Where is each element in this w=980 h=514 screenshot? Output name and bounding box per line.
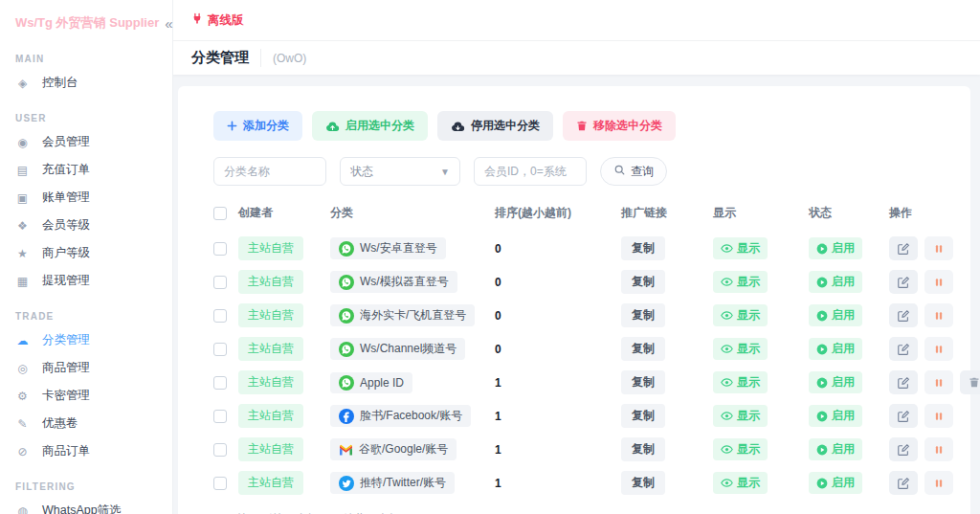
row-checkbox[interactable] [213, 410, 227, 423]
member-id-input[interactable] [474, 157, 587, 186]
edit-button[interactable] [889, 437, 918, 461]
display-badge: 显示 [713, 438, 768, 460]
withdraw-manage-icon: ▦ [15, 275, 30, 288]
sidebar-item-label: 充值订单 [42, 162, 90, 178]
status-badge: 启用 [809, 405, 862, 427]
delete-button[interactable] [960, 370, 980, 394]
copy-link-button[interactable]: 复制 [621, 337, 665, 361]
row-checkbox[interactable] [213, 376, 227, 390]
sidebar-item-label: 商品管理 [42, 360, 90, 376]
creator-badge: 主站自营 [238, 303, 303, 327]
gmail-icon [339, 444, 353, 456]
pause-button[interactable] [924, 471, 953, 495]
edit-button[interactable] [889, 236, 918, 260]
sidebar: Ws/Tg 外贸营销 Supplier « MAIN◈控制台USER◉会员管理▤… [0, 0, 172, 514]
sidebar-item-商品订单[interactable]: ⊘商品订单 [0, 437, 172, 465]
status-select[interactable]: 状态 ▼ [340, 157, 460, 186]
row-checkbox[interactable] [213, 477, 227, 490]
copy-link-button[interactable]: 复制 [621, 270, 665, 294]
table-row: 主站自营Apple ID1复制显示启用 [213, 366, 957, 399]
display-badge: 显示 [713, 237, 768, 259]
creator-badge: 主站自营 [238, 337, 303, 361]
row-checkbox[interactable] [213, 343, 227, 356]
edit-button[interactable] [889, 303, 918, 327]
edit-button[interactable] [889, 471, 918, 495]
row-checkbox[interactable] [213, 242, 227, 256]
sidebar-item-label: 商户等级 [42, 245, 90, 261]
sidebar-item-WhatsApp筛选[interactable]: ◍WhatsApp筛选 [0, 497, 172, 514]
remove-category-button[interactable]: 移除选中分类 [563, 111, 676, 141]
dashboard-icon: ◈ [15, 77, 30, 90]
sidebar-item-会员管理[interactable]: ◉会员管理 [0, 128, 172, 156]
trash-icon [969, 376, 980, 389]
sidebar-item-分类管理[interactable]: ☁分类管理 [0, 326, 172, 354]
sidebar-item-控制台[interactable]: ◈控制台 [0, 69, 172, 97]
copy-link-button[interactable]: 复制 [621, 236, 665, 260]
badge-label: 显示 [737, 374, 760, 391]
sidebar-item-优惠卷[interactable]: ✎优惠卷 [0, 410, 172, 437]
pause-button[interactable] [924, 370, 953, 394]
search-button-label: 查询 [631, 164, 654, 180]
sidebar-item-会员等级[interactable]: ❖会员等级 [0, 212, 172, 239]
eye-icon [721, 310, 733, 321]
display-badge: 显示 [713, 371, 768, 393]
category-label: 海外实卡/飞机直登号 [360, 307, 466, 324]
copy-link-button[interactable]: 复制 [621, 370, 665, 394]
eye-icon [721, 243, 733, 254]
pause-icon [933, 310, 945, 322]
pause-button[interactable] [924, 337, 953, 361]
status-badge: 启用 [809, 472, 862, 494]
sidebar-collapse-icon[interactable]: « [165, 15, 172, 32]
copy-link-button[interactable]: 复制 [621, 404, 665, 428]
category-pill: Apple ID [330, 372, 412, 393]
disable-category-button[interactable]: 停用选中分类 [437, 111, 553, 141]
category-name-input[interactable] [213, 157, 326, 186]
pause-button[interactable] [924, 236, 953, 260]
play-icon [816, 444, 828, 456]
edit-button[interactable] [889, 370, 918, 394]
eye-icon [721, 344, 733, 354]
copy-link-button[interactable]: 复制 [621, 471, 665, 495]
member-manage-icon: ◉ [15, 136, 30, 149]
enable-category-button[interactable]: 启用选中分类 [312, 111, 428, 141]
edit-button[interactable] [889, 270, 918, 294]
brand: Ws/Tg 外贸营销 Supplier « [0, 0, 172, 37]
sidebar-item-商户等级[interactable]: ★商户等级 [0, 239, 172, 267]
pause-button[interactable] [924, 270, 953, 294]
row-checkbox[interactable] [213, 309, 227, 323]
search-button[interactable]: 查询 [600, 157, 667, 186]
pause-icon [933, 277, 945, 288]
sidebar-item-卡密管理[interactable]: ⚙卡密管理 [0, 382, 172, 410]
table-row: 主站自营脸书/Facebook/账号1复制显示启用 [213, 399, 957, 433]
whatsapp-filter-icon: ◍ [15, 504, 30, 514]
play-icon [816, 310, 828, 322]
pause-button[interactable] [924, 303, 953, 327]
sidebar-item-商品管理[interactable]: ◎商品管理 [0, 354, 172, 382]
sidebar-nav: MAIN◈控制台USER◉会员管理▤充值订单▣账单管理❖会员等级★商户等级▦提现… [0, 37, 172, 514]
add-category-button[interactable]: 添加分类 [213, 111, 302, 141]
button-label: 移除选中分类 [593, 118, 662, 134]
edit-icon [897, 410, 910, 423]
row-checkbox[interactable] [213, 443, 227, 457]
pause-icon [933, 377, 945, 389]
play-icon [816, 277, 828, 288]
pause-button[interactable] [924, 404, 953, 428]
row-checkbox[interactable] [213, 276, 227, 289]
copy-link-button[interactable]: 复制 [621, 437, 665, 461]
sort-value: 1 [495, 410, 501, 423]
twitter-icon [339, 476, 354, 491]
sort-value: 0 [495, 276, 501, 289]
select-all-checkbox[interactable] [213, 207, 227, 220]
sidebar-item-充值订单[interactable]: ▤充值订单 [0, 156, 172, 184]
topbar: 离线版 [172, 0, 980, 41]
card: 添加分类启用选中分类停用选中分类移除选中分类 状态 ▼ 查询 创建者 分类 排序… [178, 86, 970, 514]
sidebar-item-提现管理[interactable]: ▦提现管理 [0, 267, 172, 295]
sidebar-item-label: 优惠卷 [42, 415, 78, 432]
pause-button[interactable] [924, 437, 953, 461]
copy-link-button[interactable]: 复制 [621, 303, 665, 327]
col-sort: 排序(越小越前) [495, 205, 621, 221]
merchant-level-icon: ★ [15, 247, 30, 260]
edit-button[interactable] [889, 337, 918, 361]
edit-button[interactable] [889, 404, 918, 428]
sidebar-item-账单管理[interactable]: ▣账单管理 [0, 184, 172, 212]
